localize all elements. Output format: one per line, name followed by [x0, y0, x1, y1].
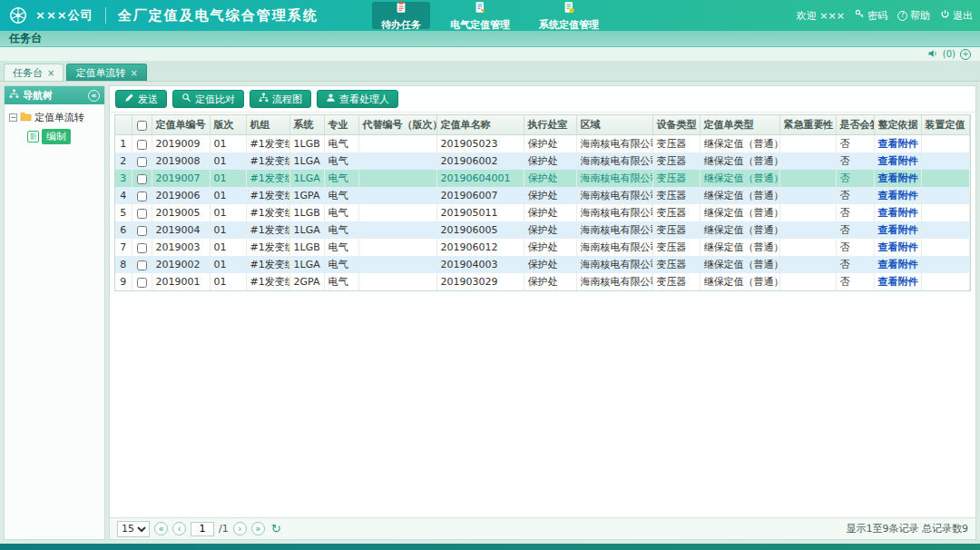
row-checkbox[interactable]: [137, 209, 147, 219]
last-page-button[interactable]: »: [251, 522, 265, 535]
tree-expander-icon[interactable]: −: [9, 113, 17, 122]
refresh-icon[interactable]: ↻: [271, 523, 281, 535]
password-link[interactable]: 密码: [855, 9, 887, 23]
table-row[interactable]: 7201900301#1发变组1LGB电气201906012保护处海南核电有限公…: [115, 239, 970, 256]
table-row[interactable]: 2201900801#1发变组1LGA电气201906002保护处海南核电有限公…: [115, 152, 970, 170]
cell-major: 电气: [324, 152, 358, 170]
view-attachment-link[interactable]: 查看附件: [878, 190, 918, 201]
cell-system: 1LGA: [289, 170, 324, 187]
first-page-button[interactable]: «: [154, 522, 168, 535]
column-header: 专业: [324, 115, 358, 135]
speaker-icon[interactable]: [927, 48, 938, 61]
cell-setting-basis: 查看附件: [874, 204, 921, 221]
cell-dept: 保护处: [524, 273, 576, 290]
tree-node-setting-sheet-flow[interactable]: − 定值单流转: [9, 111, 100, 124]
cell-region: 海南核电有限公司: [576, 187, 652, 204]
cell-replace: [358, 204, 436, 221]
table-header-row: 定值单编号版次机组系统专业代替编号（版次）定值单名称执行处室区域设备类型定值单类…: [115, 115, 970, 135]
help-icon: ?: [897, 11, 907, 21]
view-attachment-link[interactable]: 查看附件: [878, 241, 918, 253]
view-attachment-link[interactable]: 查看附件: [878, 259, 918, 270]
page-size-select[interactable]: 15: [117, 521, 150, 537]
cell-type: 继保定值（普通）: [700, 256, 779, 273]
close-icon[interactable]: ×: [130, 68, 137, 78]
cell-replace: [358, 170, 436, 187]
nav-item-todo-tasks[interactable]: 待办任务: [372, 2, 430, 29]
send-button[interactable]: 发送: [115, 90, 167, 108]
table-row[interactable]: 6201900401#1发变组1LGA电气201906005保护处海南核电有限公…: [115, 221, 970, 239]
cell-region: 海南核电有限公司: [576, 204, 652, 221]
row-checkbox[interactable]: [137, 260, 147, 270]
next-page-button[interactable]: ›: [233, 522, 247, 535]
select-all-checkbox[interactable]: [137, 121, 147, 131]
logout-link[interactable]: 退出: [940, 9, 973, 23]
cell-dept: 保护处: [524, 170, 576, 187]
row-checkbox[interactable]: [137, 174, 147, 184]
cell-replace: [358, 152, 436, 170]
tree-node-label[interactable]: 编制: [42, 129, 71, 144]
cell-unit: #1发变组: [246, 152, 289, 170]
prev-page-button[interactable]: ‹: [172, 522, 186, 535]
row-number: 7: [115, 239, 132, 256]
password-label: 密码: [867, 9, 887, 23]
flowchart-button[interactable]: 流程图: [250, 90, 311, 108]
table-row[interactable]: 8201900201#1发变组1LGA电气201904003保护处海南核电有限公…: [115, 256, 970, 273]
cell-major: 电气: [324, 273, 358, 290]
view-attachment-link[interactable]: 查看附件: [878, 224, 918, 236]
view-attachment-link[interactable]: 查看附件: [878, 138, 918, 150]
cell-code: 2019009: [152, 135, 210, 153]
total-pages-text: /1: [219, 523, 229, 535]
cell-major: 电气: [324, 204, 358, 221]
view-attachment-link[interactable]: 查看附件: [878, 155, 918, 167]
column-header: 执行处室: [524, 115, 576, 135]
cell-setting-basis: 查看附件: [874, 135, 921, 153]
close-icon[interactable]: ×: [47, 68, 54, 78]
cell-unit: #1发变组: [246, 170, 289, 187]
table-row[interactable]: 3201900701#1发变组1LGA电气20190604001保护处海南核电有…: [115, 170, 970, 187]
column-header: 区域: [576, 115, 652, 135]
plus-circle-icon[interactable]: +: [960, 49, 971, 60]
row-checkbox[interactable]: [137, 192, 147, 201]
cell-code: 2019001: [152, 273, 210, 290]
tree-node-compile[interactable]: 新 编制: [27, 129, 100, 144]
tab-workbench[interactable]: 任务台 ×: [4, 64, 64, 81]
view-attachment-link[interactable]: 查看附件: [878, 172, 918, 184]
collapse-sidebar-button[interactable]: «: [88, 90, 100, 102]
cell-system: 1LGA: [289, 221, 324, 239]
nav-item-system-setting-mgmt[interactable]: 系统定值管理: [530, 2, 608, 29]
table-row[interactable]: 5201900501#1发变组1LGB电气201905011保护处海南核电有限公…: [115, 204, 970, 221]
row-checkbox[interactable]: [137, 278, 147, 288]
tab-setting-sheet-flow[interactable]: 定值单流转 ×: [66, 64, 146, 81]
flowchart-icon: [259, 93, 269, 105]
table-row[interactable]: 9201900101#1发变组2GPA电气201903029保护处海南核电有限公…: [115, 273, 970, 290]
cell-region: 海南核电有限公司: [576, 152, 652, 170]
cell-system: 1GPA: [289, 187, 324, 204]
cell-device-setting: [921, 187, 970, 204]
app-window: ×××公司 全厂定值及电气综合管理系统 待办任务 电气定值管理: [0, 0, 980, 550]
view-attachment-link[interactable]: 查看附件: [878, 276, 918, 288]
row-checkbox[interactable]: [137, 140, 147, 150]
row-checkbox[interactable]: [137, 157, 147, 167]
row-checkbox-cell: [132, 239, 152, 256]
view-attachment-link[interactable]: 查看附件: [878, 207, 918, 219]
row-checkbox-cell: [132, 187, 152, 204]
cell-unit: #1发变组: [246, 273, 289, 290]
table-row[interactable]: 4201900601#1发变组1GPA电气201906007保护处海南核电有限公…: [115, 187, 970, 204]
cell-replace: [358, 135, 436, 153]
select-all-header: [132, 115, 152, 135]
cell-code: 2019006: [152, 187, 210, 204]
cell-countersign: 否: [836, 152, 874, 170]
row-checkbox[interactable]: [137, 243, 147, 253]
view-handlers-button[interactable]: 查看处理人: [317, 90, 398, 108]
page-number-input[interactable]: [191, 522, 214, 536]
help-link[interactable]: ? 帮助: [897, 9, 930, 23]
cell-name: 201906012: [436, 239, 524, 256]
nav-item-electrical-setting-mgmt[interactable]: 电气定值管理: [441, 2, 519, 29]
tree-node-label: 定值单流转: [34, 111, 84, 124]
table-row[interactable]: 1201900901#1发变组1LGB电气201905023保护处海南核电有限公…: [115, 135, 970, 153]
cell-urgency: [779, 187, 836, 204]
cell-rev: 01: [210, 273, 246, 290]
row-checkbox[interactable]: [137, 226, 147, 236]
setting-compare-button[interactable]: 定值比对: [172, 90, 244, 108]
key-icon: [855, 9, 865, 22]
